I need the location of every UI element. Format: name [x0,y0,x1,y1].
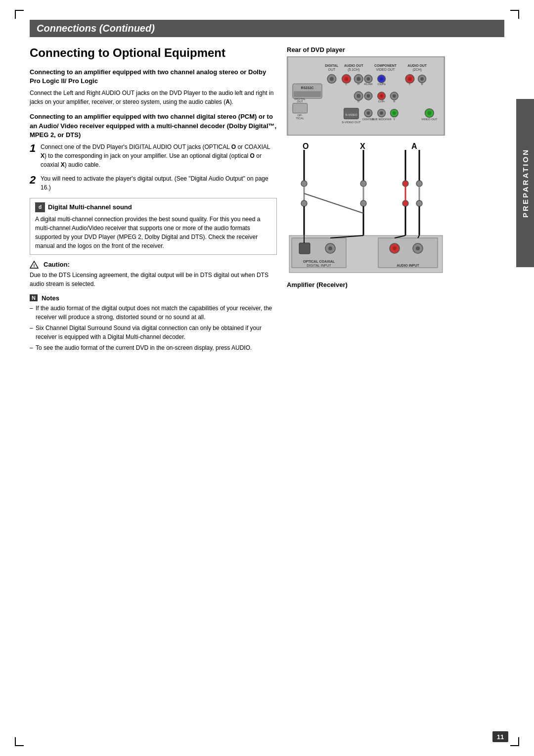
svg-point-22 [345,77,349,81]
svg-rect-93 [299,243,310,254]
step-1: 1 Connect one of the DVD Player's DIGITA… [30,142,277,169]
digital-multichannel-box: d Digital Multi-channel sound A digital … [30,198,277,255]
svg-point-63 [427,111,431,115]
svg-point-79 [402,181,408,187]
main-layout: Connecting to Optional Equipment Connect… [30,46,487,358]
svg-text:SUB WOOFER: SUB WOOFER [371,118,391,121]
caution-label: Caution: [44,261,70,268]
caution-header: ! Caution: [30,261,277,269]
notes-header: N Notes [30,294,277,302]
step-number-1: 1 [30,142,38,169]
svg-point-95 [328,246,332,250]
svg-text:OUT: OUT [328,68,336,71]
note-item-1: If the audio format of the digital outpu… [30,304,277,322]
svg-point-84 [416,181,422,187]
svg-text:AUDIO OUT: AUDIO OUT [407,64,427,67]
svg-point-69 [301,181,307,187]
caution-section: ! Caution: Due to the DTS Licensing agre… [30,261,277,288]
svg-point-43 [366,94,370,98]
svg-point-76 [360,200,366,206]
svg-point-57 [380,111,383,115]
notes-label: Notes [42,294,59,302]
notes-list: If the audio format of the digital outpu… [30,304,277,352]
svg-text:O: O [303,142,309,150]
page-title: Connecting to Optional Equipment [30,46,277,60]
step-1-text: Connect one of the DVD Player's DIGITAL … [41,142,277,169]
amp-label: Amplifier (Receiver) [287,281,455,288]
corner-mark-br [510,737,519,746]
svg-point-40 [356,94,360,98]
right-content: Rear of DVD player RS232C DIGITAL OUT OP… [287,46,455,358]
page-container: PREPARATION 11 Connections (Continued) C… [0,0,534,756]
svg-rect-6 [293,103,308,113]
svg-text:DIGITAL INPUT: DIGITAL INPUT [307,264,331,267]
svg-text:Cr/Pr: Cr/Pr [378,100,385,103]
svg-point-81 [402,200,408,206]
svg-point-101 [416,246,420,250]
svg-text:OUT: OUT [297,100,303,103]
svg-point-74 [360,181,366,187]
svg-text:OPTICAL    COAXIAL: OPTICAL COAXIAL [303,260,335,263]
svg-text:R: R [357,100,359,103]
corner-mark-tl [15,10,24,19]
svg-text:RS232C: RS232C [301,86,313,90]
svg-text:DIGITAL: DIGITAL [325,64,338,67]
step-number-2: 2 [30,174,38,192]
svg-text:R: R [357,83,359,86]
digital-stereo-heading: Connecting to an amplifier equipped with… [30,112,277,140]
svg-point-31 [380,77,383,81]
digital-multichannel-header: d Digital Multi-channel sound [35,202,271,212]
page-number: 11 [492,731,508,742]
caution-triangle-icon: ! [30,261,39,269]
svg-rect-96 [378,238,438,268]
digital-icon: d [35,202,45,212]
corner-mark-bl [15,737,24,746]
digital-stereo-section: Connecting to an amplifier equipped with… [30,112,277,192]
svg-point-28 [366,77,370,81]
step-2: 2 You will need to activate the player's… [30,174,277,192]
analog-stereo-section: Connecting to an amplifier equipped with… [30,68,277,106]
note-item-2: Six Channel Digital Surround Sound via d… [30,324,277,341]
side-tab-label: PREPARATION [521,148,530,218]
svg-point-37 [420,77,424,81]
analog-stereo-heading: Connecting to an amplifier equipped with… [30,68,277,86]
preparation-tab: PREPARATION [516,99,534,267]
svg-text:RL/AR: RL/AR [364,83,372,86]
svg-point-86 [416,200,422,206]
svg-text:(2CH): (2CH) [412,68,421,72]
svg-point-34 [408,77,412,81]
svg-text:X: X [360,142,365,150]
dvd-rear-panel-svg: RS232C DIGITAL OUT OP- TICAL DIGITAL OUT… [287,56,445,136]
svg-text:Y: Y [393,118,395,121]
svg-text:R: R [393,100,395,103]
svg-line-88 [304,193,363,213]
svg-text:COMPONENT: COMPONENT [374,64,397,67]
svg-text:AUDIO OUT: AUDIO OUT [344,64,364,67]
caution-body: Due to the DTS Licensing agreement, the … [30,271,277,288]
left-content: Connecting to Optional Equipment Connect… [30,46,277,358]
svg-text:A: A [411,142,417,150]
svg-text:R: R [421,83,423,86]
svg-text:VIDEO OUT: VIDEO OUT [376,68,396,71]
svg-point-48 [393,94,396,98]
svg-point-71 [301,200,307,206]
caution-icon-svg: ! [30,261,39,269]
svg-text:TICAL: TICAL [296,117,304,120]
note-item-3: To see the audio format of the current D… [30,343,277,352]
svg-point-54 [366,111,370,115]
digital-multichannel-body: A digital multi-channel connection provi… [35,215,271,250]
analog-stereo-body: Connect the Left and Right AUDIO OUT jac… [30,89,277,106]
svg-point-20 [330,77,334,81]
notes-icon: N [30,294,38,301]
dvd-label: Rear of DVD player [287,46,455,53]
svg-text:S-VIDEO: S-VIDEO [345,113,357,116]
section-header: Connections (Continued) [30,20,504,37]
svg-text:AUDIO INPUT: AUDIO INPUT [397,264,419,267]
digital-multichannel-heading: Digital Multi-channel sound [48,203,132,211]
svg-text:VIDEO OUT: VIDEO OUT [421,118,438,121]
svg-point-45 [380,94,383,98]
svg-rect-5 [294,91,321,97]
step-2-text: You will need to activate the player's d… [41,174,277,192]
svg-text:(5.1CH): (5.1CH) [348,68,359,72]
svg-text:!: ! [34,263,35,268]
